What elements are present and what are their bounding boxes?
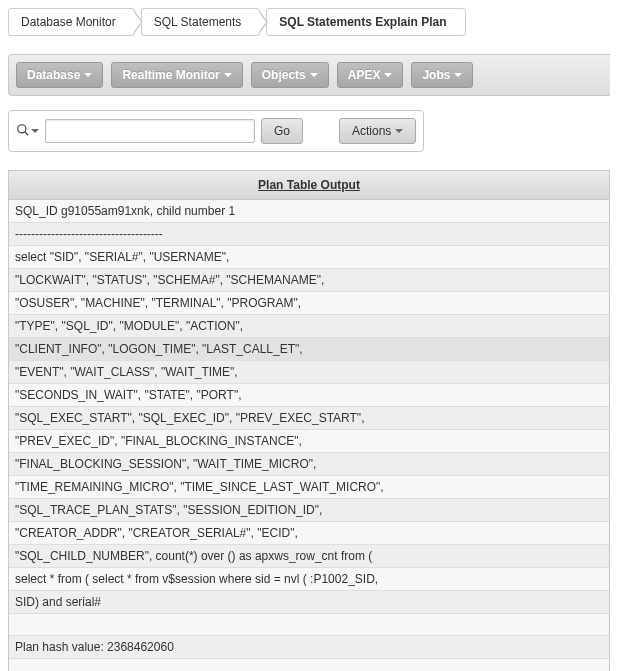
plan-row: ------------------------------------- (9, 223, 609, 246)
chevron-down-icon (384, 73, 392, 77)
plan-row: select * from ( select * from v$session … (9, 568, 609, 591)
menu-label: Jobs (422, 68, 450, 82)
plan-row: SQL_ID g91055am91xnk, child number 1 (9, 200, 609, 223)
menu-realtime-monitor[interactable]: Realtime Monitor (111, 62, 242, 88)
search-input[interactable] (45, 119, 255, 143)
plan-row: "SQL_EXEC_START", "SQL_EXEC_ID", "PREV_E… (9, 407, 609, 430)
menu-database[interactable]: Database (16, 62, 103, 88)
search-column-selector[interactable] (16, 123, 39, 140)
search-icon (16, 123, 30, 140)
menu-label: Database (27, 68, 80, 82)
plan-row: select "SID", "SERIAL#", "USERNAME", (9, 246, 609, 269)
plan-row: "CLIENT_INFO", "LOGON_TIME", "LAST_CALL_… (9, 338, 609, 361)
plan-row: "LOCKWAIT", "STATUS", "SCHEMA#", "SCHEMA… (9, 269, 609, 292)
plan-row (9, 614, 609, 636)
plan-table: Plan Table Output SQL_ID g91055am91xnk, … (8, 170, 610, 671)
plan-table-header[interactable]: Plan Table Output (9, 171, 609, 200)
plan-row: "SQL_TRACE_PLAN_STATS", "SESSION_EDITION… (9, 499, 609, 522)
menu-label: APEX (348, 68, 381, 82)
menu-label: Realtime Monitor (122, 68, 219, 82)
actions-label: Actions (352, 124, 391, 138)
menu-jobs[interactable]: Jobs (411, 62, 473, 88)
plan-row: "FINAL_BLOCKING_SESSION", "WAIT_TIME_MIC… (9, 453, 609, 476)
chevron-down-icon (84, 73, 92, 77)
plan-table-body: SQL_ID g91055am91xnk, child number 1----… (9, 200, 609, 671)
plan-row: "PREV_EXEC_ID", "FINAL_BLOCKING_INSTANCE… (9, 430, 609, 453)
chevron-down-icon (31, 129, 39, 133)
plan-row: "TYPE", "SQL_ID", "MODULE", "ACTION", (9, 315, 609, 338)
svg-point-0 (18, 124, 26, 132)
chevron-down-icon (454, 73, 462, 77)
plan-row (9, 659, 609, 671)
menu-toolbar: Database Realtime Monitor Objects APEX J… (8, 54, 610, 96)
menu-apex[interactable]: APEX (337, 62, 404, 88)
menu-label: Objects (262, 68, 306, 82)
plan-row: SID) and serial# (9, 591, 609, 614)
plan-row: "SECONDS_IN_WAIT", "STATE", "PORT", (9, 384, 609, 407)
search-bar: Go Actions (8, 110, 424, 152)
chevron-down-icon (395, 129, 403, 133)
breadcrumb: Database Monitor SQL Statements SQL Stat… (8, 8, 610, 36)
breadcrumb-item-sql-statements[interactable]: SQL Statements (141, 8, 261, 36)
breadcrumb-item-database-monitor[interactable]: Database Monitor (8, 8, 135, 36)
chevron-down-icon (224, 73, 232, 77)
plan-row: "EVENT", "WAIT_CLASS", "WAIT_TIME", (9, 361, 609, 384)
chevron-down-icon (310, 73, 318, 77)
actions-button[interactable]: Actions (339, 118, 416, 144)
plan-row: "SQL_CHILD_NUMBER", count(*) over () as … (9, 545, 609, 568)
menu-objects[interactable]: Objects (251, 62, 329, 88)
plan-row: Plan hash value: 2368462060 (9, 636, 609, 659)
plan-row: "CREATOR_ADDR", "CREATOR_SERIAL#", "ECID… (9, 522, 609, 545)
plan-row: "OSUSER", "MACHINE", "TERMINAL", "PROGRA… (9, 292, 609, 315)
svg-line-1 (25, 131, 29, 135)
breadcrumb-item-explain-plan: SQL Statements Explain Plan (266, 8, 465, 36)
go-button[interactable]: Go (261, 118, 303, 144)
plan-row: "TIME_REMAINING_MICRO", "TIME_SINCE_LAST… (9, 476, 609, 499)
